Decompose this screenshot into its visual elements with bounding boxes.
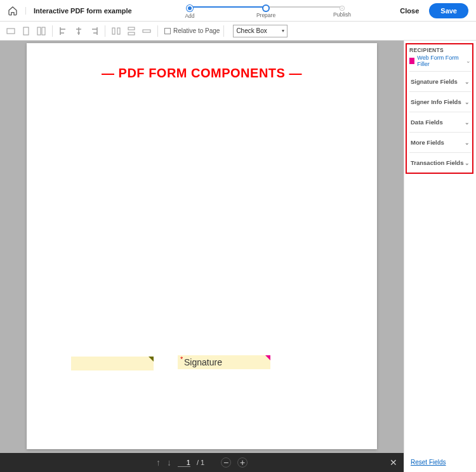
pdf-page[interactable]: — PDF FORM COMPONENTS — Signature <box>27 43 377 449</box>
svg-rect-1 <box>23 27 29 35</box>
page-up-icon[interactable]: ↑ <box>156 457 161 468</box>
field-category[interactable]: Signer Info Fields⌄ <box>409 91 471 112</box>
fields-panel-callout: RECIPIENTS Web Form Form Filler ⌄ Signat… <box>406 43 473 174</box>
page-number-input[interactable] <box>178 459 190 467</box>
document-title: Interactive PDF form example <box>25 7 132 15</box>
reset-fields-link[interactable]: Reset Fields <box>411 459 476 466</box>
field-category[interactable]: More Fields⌄ <box>409 132 471 152</box>
home-icon[interactable] <box>8 6 18 16</box>
canvas-area: — PDF FORM COMPONENTS — Signature ↑ ↓ / … <box>0 41 404 472</box>
field-type-select[interactable]: Check Box ▾ <box>233 25 288 37</box>
align-left-icon[interactable] <box>56 24 70 38</box>
chevron-down-icon: ⌄ <box>466 58 471 64</box>
toolbar: Relative to Page Check Box ▾ <box>0 22 476 41</box>
distribute-icon[interactable] <box>140 24 154 38</box>
step-label: Prepare <box>256 12 275 18</box>
relative-to-page-label: Relative to Page <box>173 27 220 34</box>
save-button[interactable]: Save <box>429 3 468 18</box>
step-label: Add <box>185 13 194 19</box>
page-navigation-bar: ↑ ↓ / 1 − + ✕ <box>0 453 404 472</box>
chevron-down-icon: ⌄ <box>465 79 470 85</box>
chevron-down-icon: ⌄ <box>465 99 470 105</box>
form-field-text[interactable] <box>71 357 154 370</box>
zoom-out-icon[interactable]: − <box>221 457 231 468</box>
align-tool-icon[interactable] <box>4 24 18 38</box>
side-panel: RECIPIENTS Web Form Form Filler ⌄ Signat… <box>404 41 476 472</box>
align-tool-icon[interactable] <box>19 24 33 38</box>
align-tool-icon[interactable] <box>34 24 48 38</box>
chevron-down-icon: ▾ <box>282 28 284 34</box>
recipient-name: Web Form Form Filler <box>417 55 463 67</box>
chevron-down-icon: ⌄ <box>465 140 470 146</box>
svg-rect-16 <box>128 32 135 35</box>
field-type-value: Check Box <box>236 27 267 34</box>
svg-rect-17 <box>143 30 150 32</box>
distribute-icon[interactable] <box>124 24 138 38</box>
field-category[interactable]: Signature Fields⌄ <box>409 71 471 91</box>
zoom-in-icon[interactable]: + <box>237 457 248 468</box>
chevron-down-icon: ⌄ <box>465 119 470 126</box>
page-down-icon[interactable]: ↓ <box>167 457 171 468</box>
field-category[interactable]: Data Fields⌄ <box>409 112 471 132</box>
signature-field-label: Signature <box>184 357 222 367</box>
field-category[interactable]: Transaction Fields⌄ <box>409 152 471 173</box>
recipient-selector[interactable]: Web Form Form Filler ⌄ <box>409 55 471 67</box>
chevron-down-icon: ⌄ <box>465 160 470 166</box>
svg-rect-13 <box>112 28 115 34</box>
step-label: Publish <box>333 11 351 18</box>
step-publish[interactable]: Publish <box>304 4 380 18</box>
svg-rect-2 <box>37 27 41 35</box>
align-right-icon[interactable] <box>87 24 101 38</box>
main-area: — PDF FORM COMPONENTS — Signature ↑ ↓ / … <box>0 41 476 472</box>
close-pagebar-icon[interactable]: ✕ <box>390 457 397 468</box>
svg-rect-3 <box>42 27 45 35</box>
svg-rect-14 <box>117 28 120 34</box>
svg-rect-15 <box>128 27 135 30</box>
step-prepare[interactable]: Prepare <box>228 3 304 18</box>
form-field-signature[interactable]: Signature <box>178 355 270 369</box>
checkbox-icon <box>164 28 171 34</box>
recipients-heading: RECIPIENTS <box>409 47 471 53</box>
relative-to-page-checkbox[interactable]: Relative to Page <box>164 27 220 34</box>
svg-rect-0 <box>7 29 15 34</box>
distribute-icon[interactable] <box>109 24 123 38</box>
step-add[interactable]: Add <box>152 3 228 19</box>
close-button[interactable]: Close <box>400 7 419 15</box>
progress-stepper: Add Prepare Publish <box>138 0 394 21</box>
recipient-color-swatch <box>409 58 414 64</box>
page-total: / 1 <box>197 459 204 466</box>
app-header: Interactive PDF form example Add Prepare… <box>0 0 476 22</box>
align-center-icon[interactable] <box>72 24 86 38</box>
page-heading: — PDF FORM COMPONENTS — <box>27 66 377 81</box>
